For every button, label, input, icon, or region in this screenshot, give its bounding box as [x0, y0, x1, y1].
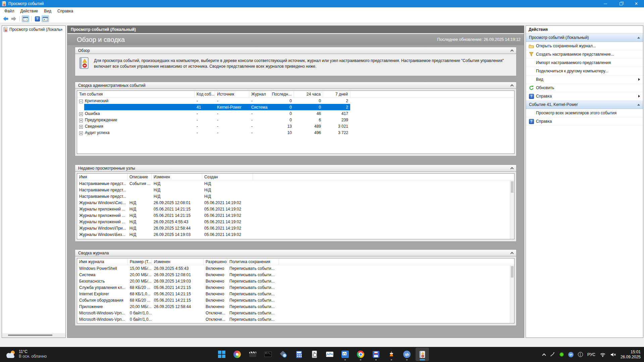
- column-header[interactable]: Имя журнала: [77, 258, 128, 265]
- table-row[interactable]: События оборудования68 КБ/20 ...05.06.20…: [77, 297, 514, 303]
- expand-icon[interactable]: [79, 131, 83, 135]
- menu-action[interactable]: Действие: [17, 8, 41, 14]
- table-row[interactable]: Настраиваемые предст...События ...Н/ДН/Д: [77, 180, 514, 187]
- table-row[interactable]: Журналы Windows\При...Н/Д26.09.2025 12:5…: [77, 225, 514, 231]
- actions-group-header-local[interactable]: Просмотр событий (Локальный): [526, 34, 643, 42]
- action-pane-toggle[interactable]: [42, 15, 49, 22]
- column-header[interactable]: Изменен: [152, 258, 204, 265]
- taskbar-app-qbittorrent[interactable]: qb: [400, 348, 414, 361]
- column-header[interactable]: Описание: [127, 174, 152, 180]
- scrollbar-thumb[interactable]: [511, 266, 514, 278]
- vertical-scrollbar[interactable]: [510, 265, 514, 323]
- action-view-submenu[interactable]: Вид: [526, 75, 643, 84]
- expand-icon[interactable]: [79, 119, 83, 122]
- column-header[interactable]: Изменен: [152, 174, 202, 180]
- table-row[interactable]: Microsoft-Windows-Vpn...0 байт/1,0...Отк…: [77, 316, 514, 322]
- table-row[interactable]: Microsoft-Windows-Vpn...0 байт/1,0...Отк…: [77, 310, 514, 316]
- vertical-scrollbar[interactable]: [510, 181, 514, 239]
- action-refresh[interactable]: Обновить: [526, 84, 643, 92]
- taskbar-app-vlc[interactable]: [385, 348, 398, 361]
- taskbar-app-tag-manager[interactable]: [277, 348, 290, 361]
- menu-file[interactable]: Файл: [1, 8, 17, 14]
- action-open-saved-log[interactable]: Открыть сохраненный журнал...: [526, 42, 643, 50]
- taskbar-app-backup[interactable]: [369, 348, 383, 361]
- section-logs-bar[interactable]: Сводка журнала: [75, 249, 517, 256]
- wifi-icon[interactable]: [600, 352, 606, 357]
- column-header[interactable]: Имя: [77, 174, 127, 180]
- tray-overflow-chevron-icon[interactable]: [542, 353, 546, 357]
- scrollbar-thumb[interactable]: [8, 335, 52, 336]
- pen-tray-icon[interactable]: [550, 352, 555, 357]
- section-overview-bar[interactable]: Обзор: [75, 47, 517, 54]
- column-header[interactable]: Разрешено: [204, 258, 227, 265]
- forward-button[interactable]: [10, 15, 17, 22]
- help-button[interactable]: ?: [34, 15, 41, 22]
- taskbar-app-paint[interactable]: [230, 348, 244, 361]
- tree-root-item[interactable]: Просмотр событий (Локальный): [2, 26, 65, 33]
- table-row[interactable]: Windows PowerShell15,00 МБ/...26.09.2025…: [77, 265, 514, 272]
- action-connect-other-computer[interactable]: Подключиться к другому компьютеру...: [526, 67, 643, 75]
- table-row[interactable]: Сведения - - - 13 489 3 021: [77, 123, 514, 129]
- taskbar-app-monitor[interactable]: [323, 348, 336, 361]
- action-view-all-instances[interactable]: Просмотр всех экземпляров этого события: [526, 109, 643, 117]
- expand-icon[interactable]: [79, 112, 83, 116]
- more-options-icon[interactable]: [578, 352, 583, 357]
- qbittorrent-tray-icon[interactable]: qb: [568, 352, 574, 357]
- table-row[interactable]: Журналы приложений ...Н/Д05.06.2021 14:2…: [77, 206, 514, 212]
- table-row[interactable]: Предупреждение - - - 0 6 239: [77, 117, 514, 123]
- table-row[interactable]: Аудит успеха - - - 10 496 3 722: [77, 129, 514, 136]
- taskbar-app-calculator[interactable]: [292, 348, 306, 361]
- column-header[interactable]: Источник: [215, 91, 249, 97]
- column-header[interactable]: Код соб...: [195, 91, 215, 97]
- column-header[interactable]: 24 часа: [294, 91, 323, 97]
- action-import-custom-view[interactable]: Импорт настраиваемого представления: [526, 59, 643, 67]
- action-help[interactable]: ? Справка: [526, 92, 643, 101]
- action-help-event[interactable]: ? Справка: [526, 117, 643, 126]
- table-row-selected[interactable]: 41 Kernel-Power Система 0 0 2: [84, 104, 350, 110]
- collapse-chevron-icon[interactable]: [511, 84, 514, 88]
- collapse-arrow-icon[interactable]: [637, 104, 640, 106]
- table-row[interactable]: Журналы Windows\Без...Н/Д26.09.2025 14:1…: [77, 231, 514, 238]
- taskbar-app-event-viewer[interactable]: [416, 348, 429, 361]
- table-row[interactable]: Журналы приложений ...Н/Д05.06.2021 14:2…: [77, 212, 514, 219]
- taskbar-app-terminal[interactable]: C:\_: [261, 348, 275, 361]
- actions-group-header-event41[interactable]: Событие 41, Kernel-Power: [526, 101, 643, 109]
- table-row[interactable]: Критический - - - 0 0 2: [77, 98, 514, 104]
- action-create-custom-view[interactable]: Создать настраиваемое представление...: [526, 50, 643, 59]
- column-header[interactable]: Создан: [202, 174, 253, 180]
- back-button[interactable]: [2, 15, 9, 22]
- expand-icon[interactable]: [79, 125, 83, 129]
- close-button[interactable]: ✕: [629, 0, 644, 7]
- column-header[interactable]: Политика сохранения: [227, 258, 279, 265]
- collapse-chevron-icon[interactable]: [511, 167, 514, 171]
- taskbar-app-system-info[interactable]: [338, 348, 352, 361]
- console-tree-toggle[interactable]: [22, 15, 29, 22]
- taskbar-app-video-editor[interactable]: [246, 348, 259, 361]
- menu-view[interactable]: Вид: [41, 8, 54, 14]
- menu-help[interactable]: Справка: [54, 8, 76, 14]
- column-header[interactable]: 7 дней: [323, 91, 350, 97]
- taskbar-app-chrome[interactable]: [354, 348, 367, 361]
- clock[interactable]: 15:01 26.09.2025: [621, 350, 641, 360]
- green-status-icon[interactable]: [559, 352, 564, 357]
- table-row[interactable]: Ошибка - - - 0 46 417: [77, 110, 514, 117]
- start-button[interactable]: [215, 348, 228, 361]
- collapse-chevron-icon[interactable]: [511, 252, 514, 255]
- table-row[interactable]: Система20,00 МБ/...26.09.2025 12:08:01Вк…: [77, 272, 514, 278]
- scrollbar-thumb[interactable]: [511, 181, 514, 193]
- weather-widget[interactable]: 11°C В осн. облачно: [5, 349, 47, 359]
- collapse-icon[interactable]: [79, 100, 83, 103]
- language-indicator[interactable]: РУС: [587, 352, 595, 357]
- collapse-arrow-icon[interactable]: [637, 37, 640, 39]
- table-row[interactable]: Приложение20,00 МБ/...26.09.2025 12:58:4…: [77, 303, 514, 310]
- volume-muted-icon[interactable]: [610, 352, 616, 357]
- minimize-button[interactable]: [598, 0, 613, 7]
- horizontal-scrollbar[interactable]: [2, 333, 65, 338]
- table-row[interactable]: Служба управления кл...68 КБ/20 ...05.06…: [77, 284, 514, 291]
- section-admin-bar[interactable]: Сводка административных событий: [75, 82, 517, 89]
- restore-button[interactable]: [613, 0, 629, 7]
- collapse-chevron-icon[interactable]: [511, 50, 514, 53]
- table-row[interactable]: Безопасность20,00 МБ/...26.09.2025 14:19…: [77, 278, 514, 284]
- column-header[interactable]: Размер (Т...: [128, 258, 152, 265]
- column-header[interactable]: Тип события: [77, 91, 195, 97]
